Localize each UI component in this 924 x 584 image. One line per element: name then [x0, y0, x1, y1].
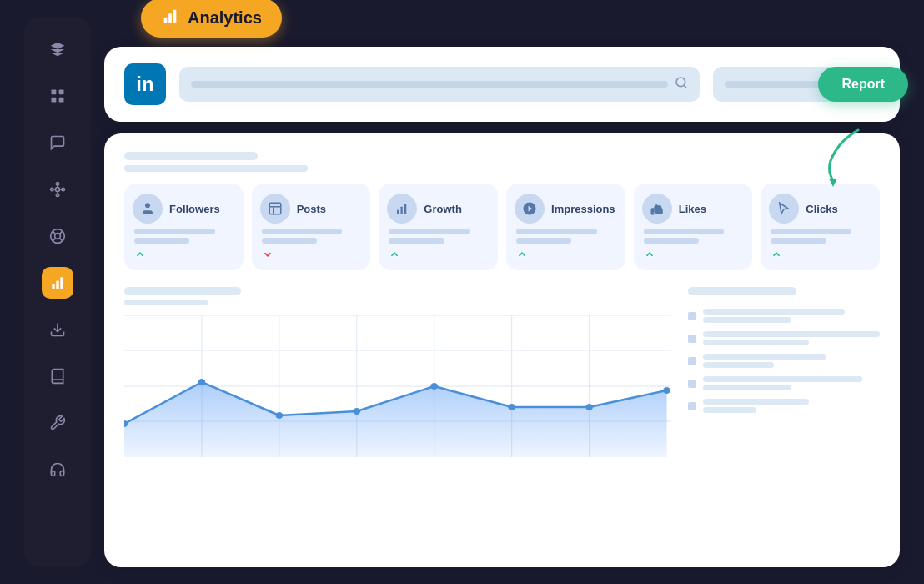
- right-row-5: [688, 399, 880, 413]
- svg-point-4: [56, 188, 60, 192]
- right-row-1: [688, 309, 880, 323]
- followers-icon: [133, 194, 163, 224]
- linkedin-icon: in: [124, 63, 166, 105]
- posts-label: Posts: [297, 203, 326, 215]
- metric-card-posts[interactable]: Posts: [252, 184, 371, 270]
- svg-point-51: [508, 404, 515, 410]
- svg-line-18: [53, 238, 56, 241]
- search-icon: [675, 76, 688, 93]
- svg-point-29: [145, 203, 150, 208]
- svg-point-26: [676, 78, 685, 87]
- right-row-3: [688, 354, 880, 368]
- metric-card-followers[interactable]: Followers: [124, 184, 244, 270]
- header-line-1: [124, 152, 258, 160]
- right-title-line: [688, 287, 796, 295]
- svg-point-53: [663, 387, 670, 394]
- svg-point-52: [585, 404, 593, 410]
- metric-card-clicks[interactable]: Clicks: [761, 184, 880, 270]
- svg-rect-23: [164, 18, 168, 23]
- sidebar-icon-network[interactable]: [42, 174, 73, 205]
- svg-point-7: [51, 188, 53, 190]
- svg-point-50: [430, 383, 438, 390]
- clicks-label: Clicks: [806, 203, 837, 215]
- header-line-2: [124, 165, 308, 172]
- clicks-indicator: [769, 249, 782, 260]
- svg-rect-34: [401, 207, 403, 214]
- svg-point-8: [62, 188, 64, 190]
- right-row-2: [688, 331, 880, 345]
- followers-indicator: [133, 249, 146, 260]
- analytics-tag-label: Analytics: [188, 8, 262, 28]
- chart-sub-line: [124, 300, 208, 305]
- sidebar-icon-download[interactable]: [42, 314, 73, 345]
- impressions-icon: [515, 194, 545, 224]
- svg-rect-1: [59, 90, 64, 95]
- svg-rect-2: [52, 98, 57, 103]
- svg-rect-24: [168, 13, 172, 23]
- svg-rect-20: [56, 281, 58, 289]
- metric-header: [124, 152, 880, 172]
- metric-card-impressions[interactable]: Impressions: [506, 184, 625, 270]
- growth-indicator: [387, 249, 400, 260]
- analytics-tag: Analytics: [141, 0, 282, 38]
- analytics-tag-icon: [161, 7, 179, 29]
- svg-point-47: [198, 379, 206, 385]
- svg-rect-25: [173, 10, 177, 23]
- svg-rect-30: [269, 203, 281, 214]
- sidebar-icon-library[interactable]: [42, 360, 73, 392]
- sidebar-icon-headset[interactable]: [42, 454, 73, 486]
- chart-area: [124, 315, 671, 457]
- search-bar[interactable]: [179, 67, 700, 102]
- chart-section: [124, 287, 671, 457]
- followers-label: Followers: [169, 203, 220, 215]
- svg-line-15: [53, 231, 56, 234]
- svg-line-17: [59, 231, 63, 234]
- sidebar-icon-tools[interactable]: [42, 407, 73, 439]
- metric-card-likes[interactable]: Likes: [634, 184, 753, 270]
- posts-indicator: [260, 249, 274, 260]
- posts-icon: [260, 194, 290, 224]
- likes-icon: [642, 194, 672, 224]
- right-section: [688, 287, 880, 457]
- likes-label: Likes: [679, 203, 706, 215]
- right-row-4: [688, 376, 880, 390]
- metric-cards: Followers Post: [124, 184, 880, 270]
- sidebar-icon-messages[interactable]: [42, 127, 73, 159]
- sidebar-icon-navigation[interactable]: [42, 33, 73, 65]
- chart-title-line: [124, 287, 241, 295]
- svg-point-5: [56, 183, 58, 185]
- clicks-icon: [769, 194, 799, 224]
- svg-point-49: [353, 408, 360, 415]
- svg-rect-35: [404, 204, 406, 214]
- metric-card-growth[interactable]: Growth: [379, 184, 498, 270]
- likes-indicator: [642, 249, 655, 260]
- sidebar-icon-support[interactable]: [42, 220, 73, 252]
- svg-point-48: [275, 412, 283, 419]
- svg-point-14: [55, 234, 61, 239]
- impressions-label: Impressions: [551, 203, 615, 215]
- top-panel: in Report: [104, 47, 900, 122]
- dashboard-bottom: [124, 287, 880, 457]
- dashboard-panel: Followers Post: [104, 133, 900, 567]
- sidebar-icon-dashboard[interactable]: [42, 80, 73, 112]
- right-rows: [688, 309, 880, 413]
- svg-line-16: [59, 238, 63, 241]
- sidebar-icon-analytics[interactable]: [42, 267, 73, 299]
- svg-rect-0: [52, 90, 57, 95]
- svg-rect-21: [60, 277, 63, 289]
- impressions-indicator: [515, 249, 528, 260]
- svg-point-6: [56, 194, 58, 196]
- report-button[interactable]: Report: [818, 67, 908, 102]
- growth-icon: [387, 194, 417, 224]
- svg-rect-19: [52, 284, 54, 289]
- search-bar-line: [191, 81, 668, 88]
- content-area: Analytics in Report: [91, 17, 900, 567]
- svg-rect-33: [397, 210, 399, 214]
- svg-line-27: [684, 85, 686, 88]
- svg-rect-3: [59, 98, 64, 103]
- sidebar: [24, 17, 91, 567]
- growth-label: Growth: [424, 203, 462, 215]
